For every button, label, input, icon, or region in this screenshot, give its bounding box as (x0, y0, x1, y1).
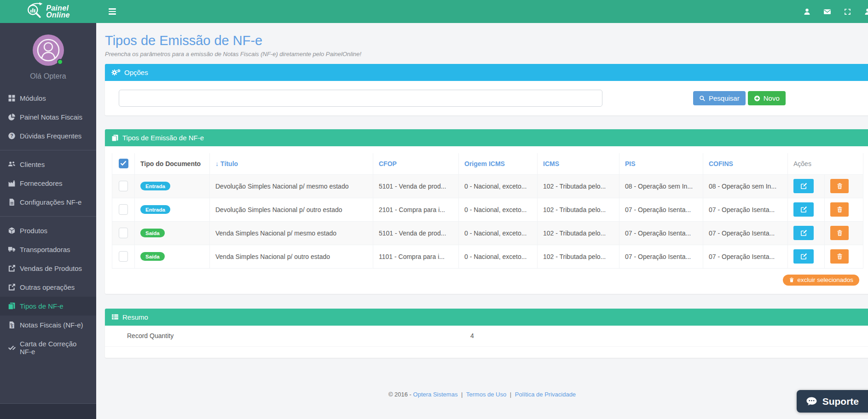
sidebar-divider (0, 216, 96, 217)
brand-name-line2: Online (46, 11, 70, 18)
sidebar-item-label: Notas Fiscais (NF-e) (20, 321, 83, 329)
tipo-badge: Saída (140, 252, 165, 261)
fullscreen-icon[interactable] (844, 8, 851, 16)
sidebar-item-label: Tipos de NF-e (20, 302, 63, 310)
cell-pis: 07 - Operação Isenta... (619, 245, 703, 268)
sidebar-item-fornecedores[interactable]: Fornecedores (0, 174, 96, 193)
edit-button[interactable] (793, 179, 814, 193)
cell-cfop: 2101 - Compra para i... (373, 198, 459, 221)
sidebar-item-configuracoes-nfe[interactable]: Configurações NF-e (0, 193, 96, 212)
row-checkbox[interactable] (119, 251, 128, 262)
records-panel-header: Tipos de Emissão de NF-e (105, 129, 868, 146)
table-row: Entrada Devolução Simples Nacional p/ ou… (112, 198, 863, 221)
summary-row: Record Quantity 4 (105, 326, 868, 347)
new-button[interactable]: Novo (748, 91, 786, 105)
grid-icon (8, 94, 16, 102)
cell-cofins: 08 - Operação sem In... (703, 174, 788, 198)
column-header-icms[interactable]: ICMS (538, 153, 619, 174)
table-header-row: Tipo do Documento ↓Título CFOP Origem IC… (112, 153, 863, 174)
sidebar-item-label: Módulos (20, 94, 46, 102)
column-header-cfop[interactable]: CFOP (373, 153, 459, 174)
row-checkbox[interactable] (119, 228, 128, 238)
invoice-icon: $ (8, 321, 16, 329)
plus-circle-icon (754, 95, 760, 102)
user-icon[interactable] (803, 8, 811, 16)
main-content: Tipos de Emissão de NF-e Preencha os par… (96, 23, 868, 419)
sidebar-item-carta-de-correcao-nfe[interactable]: Carta de Correção NF-e (0, 334, 96, 361)
edit-button[interactable] (793, 202, 814, 217)
sidebar-item-outras-operacoes[interactable]: Outras operações (0, 278, 96, 297)
sidebar-item-modulos[interactable]: Módulos (0, 89, 96, 108)
page-subtitle: Preencha os parâmetros para a emissão de… (105, 51, 868, 57)
cell-origem-icms: 0 - Nacional, exceto... (459, 221, 538, 245)
sidebar-item-notas-fiscais-nfe[interactable]: $ Notas Fiscais (NF-e) (0, 316, 96, 334)
sidebar-item-label: Painel Notas Fiscais (20, 113, 82, 121)
trash-icon (789, 277, 794, 283)
cell-titulo: Devolução Simples Nacional p/ outro esta… (210, 198, 373, 221)
sidebar-nav: Módulos Painel Notas Fiscais ? Dúvidas F… (0, 89, 96, 361)
sidebar-item-painel-notas-fiscais[interactable]: Painel Notas Fiscais (0, 108, 96, 126)
table-row: Saída Venda Simples Nacional p/ outro es… (112, 245, 863, 268)
cell-cfop: 1101 - Compra para i... (373, 245, 459, 268)
edit-button[interactable] (793, 226, 814, 240)
column-header-pis[interactable]: PIS (619, 153, 703, 174)
delete-button[interactable] (830, 249, 849, 264)
avatar (33, 34, 64, 66)
sidebar-item-vendas-de-produtos[interactable]: Vendas de Produtos (0, 259, 96, 278)
online-status-dot (57, 59, 63, 65)
table-icon (111, 313, 119, 321)
options-panel-title: Opções (124, 69, 148, 76)
sidebar-item-tipos-de-nfe[interactable]: Tipos de NF-e (0, 297, 96, 316)
row-checkbox[interactable] (119, 204, 128, 215)
share-icon (8, 283, 16, 291)
sidebar-item-label: Outras operações (20, 283, 75, 291)
records-table: Tipo do Documento ↓Título CFOP Origem IC… (112, 153, 863, 269)
column-header-origem-icms[interactable]: Origem ICMS (459, 153, 538, 174)
summary-panel: Resumo Record Quantity 4 (105, 309, 868, 358)
table-row: Saída Venda Simples Nacional p/ mesmo es… (112, 221, 863, 245)
page-footer: © 2016 - Optera Sistemas | Termos de Uso… (96, 391, 868, 398)
sidebar-item-produtos[interactable]: Produtos (0, 221, 96, 240)
support-button[interactable]: Suporte (797, 390, 868, 413)
edit-button[interactable] (793, 249, 814, 264)
delete-button[interactable] (830, 202, 849, 217)
cell-origem-icms: 0 - Nacional, exceto... (459, 198, 538, 221)
sidebar-item-clientes[interactable]: Clientes (0, 155, 96, 174)
cell-titulo: Venda Simples Nacional p/ outro estado (210, 245, 373, 268)
sidebar-item-duvidas-frequentes[interactable]: ? Dúvidas Frequentes (0, 126, 96, 145)
cell-cfop: 5101 - Venda de prod... (373, 174, 459, 198)
delete-selected-button[interactable]: excluir selecionados (783, 275, 859, 286)
sidebar-item-label: Fornecedores (20, 179, 63, 187)
sidebar-item-transportadoras[interactable]: Transportadoras (0, 240, 96, 259)
footer-link-termos-de-uso[interactable]: Termos de Uso (466, 391, 506, 398)
user-settings-icon[interactable] (864, 8, 868, 16)
double-check-icon (8, 344, 16, 352)
box-icon (8, 227, 16, 235)
column-header-cofins[interactable]: COFINS (703, 153, 788, 174)
sidebar-toggle-button[interactable] (103, 0, 122, 23)
cell-pis: 07 - Operação Isenta... (619, 198, 703, 221)
row-checkbox[interactable] (119, 181, 128, 191)
select-all-checkbox[interactable] (119, 159, 128, 168)
brand-logo[interactable]: Painel Online (0, 0, 96, 23)
column-header-titulo[interactable]: ↓Título (210, 153, 373, 174)
user-greeting: Olá Optera (0, 72, 96, 80)
search-button[interactable]: Pesquisar (693, 91, 746, 105)
tipo-badge: Saída (140, 229, 165, 237)
summary-panel-title: Resumo (122, 313, 148, 321)
mail-icon[interactable] (823, 8, 831, 16)
truck-icon (8, 246, 16, 253)
brand-name-line1: Painel (46, 5, 70, 11)
cell-cofins: 07 - Operação Isenta... (703, 198, 788, 221)
delete-button[interactable] (830, 226, 849, 240)
cell-cofins: 07 - Operação Isenta... (703, 245, 788, 268)
sidebar: Olá Optera Módulos Painel Notas Fiscais … (0, 23, 96, 419)
delete-button[interactable] (830, 179, 849, 193)
footer-link-optera-sistemas[interactable]: Optera Sistemas (413, 391, 458, 398)
users-icon (8, 161, 16, 168)
options-panel: Opções Pesquisar Novo (105, 64, 868, 115)
cell-titulo: Devolução Simples Nacional p/ mesmo esta… (210, 174, 373, 198)
search-input[interactable] (119, 90, 602, 107)
footer-link-politica-de-privacidade[interactable]: Política de Privacidade (515, 391, 576, 398)
sidebar-item-label: Transportadoras (20, 246, 70, 253)
